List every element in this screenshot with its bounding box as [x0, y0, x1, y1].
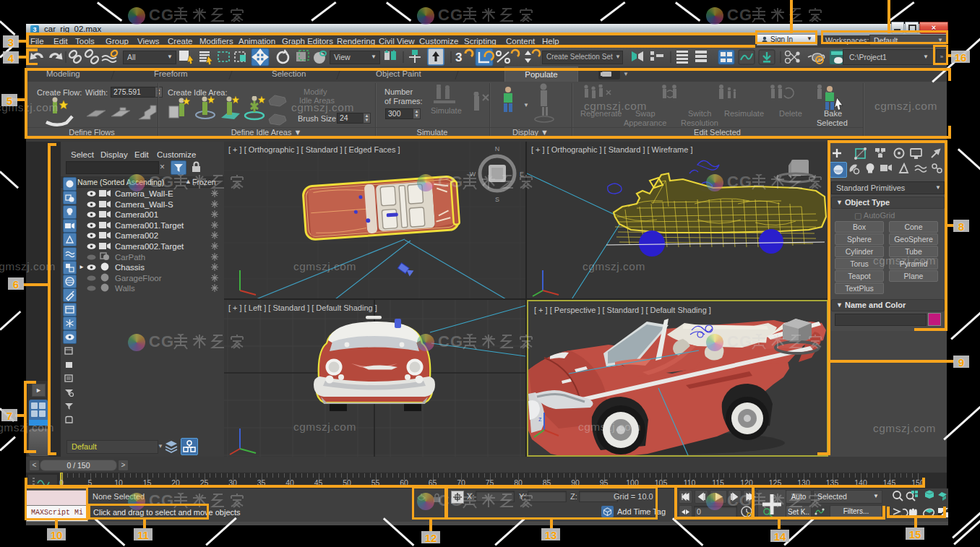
svg-text:z: z	[538, 415, 542, 423]
svg-text:S: S	[495, 196, 499, 203]
svg-text:3: 3	[455, 51, 462, 64]
svg-text:N: N	[495, 145, 500, 152]
